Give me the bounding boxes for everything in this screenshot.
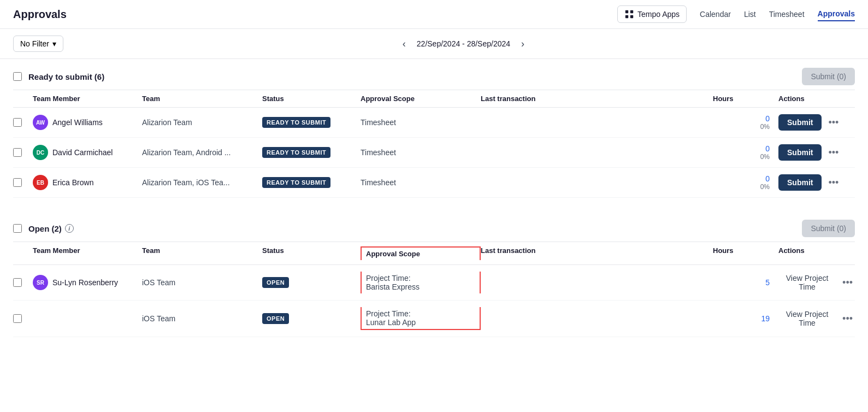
row-checkbox[interactable]	[13, 278, 22, 287]
table-row: DC David Carmichael Alizarion Team, Andr…	[13, 138, 855, 168]
team-name: Alizarion Team	[142, 118, 262, 127]
ready-table-header: Team Member Team Status Approval Scope L…	[13, 90, 855, 108]
open-section: Open (2) i Submit (0) Team Member Team S…	[13, 211, 855, 337]
member-name: Erica Brown	[52, 178, 93, 187]
prev-date-button[interactable]: ‹	[398, 36, 410, 52]
avatar: DC	[33, 145, 48, 160]
hours-pct: 0%	[713, 123, 770, 131]
col-header-team-member: Team Member	[33, 95, 142, 103]
team-name: Alizarion Team, Android ...	[142, 148, 262, 157]
col-header-status: Status	[262, 246, 361, 260]
row-checkbox[interactable]	[13, 118, 22, 127]
avatar: AW	[33, 115, 48, 130]
ready-section-header: Ready to submit (6) Submit (0)	[13, 59, 855, 90]
more-options-button[interactable]: •••	[840, 276, 855, 290]
submit-row-button[interactable]: Submit	[778, 144, 822, 161]
approval-scope-highlighted: Project Time:Barista Express	[361, 272, 481, 293]
hours-value: 0	[713, 114, 770, 123]
hours-value: 0	[713, 144, 770, 153]
grid-icon	[624, 9, 634, 19]
col-header-hours: Hours	[713, 95, 778, 103]
date-nav: ‹ 22/Sep/2024 - 28/Sep/2024 ›	[398, 36, 529, 52]
page-title: Approvals	[13, 8, 609, 21]
col-header-team-member: Team Member	[33, 246, 142, 260]
main-content: Ready to submit (6) Submit (0) Team Memb…	[0, 59, 868, 337]
status-badge: READY TO SUBMIT	[262, 177, 330, 188]
ready-section: Ready to submit (6) Submit (0) Team Memb…	[13, 59, 855, 198]
hours-value: 19	[713, 314, 770, 323]
filter-label: No Filter	[20, 39, 49, 48]
nav-list[interactable]: List	[744, 8, 756, 21]
col-header-team: Team	[142, 246, 262, 260]
open-section-title: Open (2) i	[28, 224, 802, 233]
approval-scope: Timesheet	[361, 148, 481, 157]
svg-rect-3	[630, 15, 633, 18]
status-badge: OPEN	[262, 313, 289, 324]
approval-scope: Timesheet	[361, 118, 481, 127]
nav-approvals[interactable]: Approvals	[818, 7, 855, 21]
ready-select-all-checkbox[interactable]	[13, 72, 22, 81]
date-range: 22/Sep/2024 - 28/Sep/2024	[417, 39, 510, 48]
open-submit-button[interactable]: Submit (0)	[802, 220, 855, 237]
open-select-all-checkbox[interactable]	[13, 224, 22, 233]
table-row: AW Angel Williams Alizarion Team READY T…	[13, 108, 855, 138]
team-name: Alizarion Team, iOS Tea...	[142, 178, 262, 187]
open-section-header: Open (2) i Submit (0)	[13, 211, 855, 242]
info-icon[interactable]: i	[65, 224, 74, 233]
status-badge: READY TO SUBMIT	[262, 147, 330, 158]
approval-scope: Timesheet	[361, 178, 481, 187]
nav-links: Tempo Apps Calendar List Timesheet Appro…	[617, 5, 855, 23]
svg-rect-0	[625, 10, 628, 13]
table-row: EB Erica Brown Alizarion Team, iOS Tea..…	[13, 168, 855, 198]
filter-button[interactable]: No Filter ▾	[13, 36, 63, 52]
more-options-button[interactable]: •••	[826, 146, 841, 160]
row-checkbox[interactable]	[13, 148, 22, 157]
ready-submit-button[interactable]: Submit (0)	[802, 68, 855, 85]
hours-pct: 0%	[713, 183, 770, 191]
tempo-apps-button[interactable]: Tempo Apps	[617, 5, 687, 23]
col-header-hours: Hours	[713, 246, 778, 260]
view-project-time-button[interactable]: View Project Time	[778, 274, 836, 291]
view-project-time-button[interactable]: View Project Time	[778, 310, 836, 327]
nav-calendar[interactable]: Calendar	[700, 8, 731, 21]
submit-row-button[interactable]: Submit	[778, 114, 822, 131]
status-badge: OPEN	[262, 277, 289, 288]
more-options-button[interactable]: •••	[826, 176, 841, 190]
col-header-team: Team	[142, 95, 262, 103]
nav-timesheet[interactable]: Timesheet	[769, 8, 805, 21]
col-header-actions: Actions	[778, 246, 855, 260]
open-table-header: Team Member Team Status Approval Scope L…	[13, 242, 855, 265]
svg-rect-2	[625, 15, 628, 18]
table-row: SR Su-Lyn Rosenberry iOS Team OPEN Proje…	[13, 265, 855, 301]
row-checkbox[interactable]	[13, 314, 22, 323]
member-name: David Carmichael	[52, 148, 113, 157]
col-header-actions: Actions	[778, 95, 855, 103]
chevron-down-icon: ▾	[52, 39, 56, 48]
filter-bar: No Filter ▾ ‹ 22/Sep/2024 - 28/Sep/2024 …	[0, 29, 868, 59]
next-date-button[interactable]: ›	[517, 36, 529, 52]
avatar: SR	[33, 275, 48, 290]
team-name: iOS Team	[142, 314, 262, 323]
svg-rect-1	[630, 10, 633, 13]
col-header-last-transaction: Last transaction	[481, 95, 713, 103]
ready-section-title: Ready to submit (6)	[28, 72, 802, 81]
table-row: iOS Team OPEN Project Time:Lunar Lab App…	[13, 301, 855, 337]
member-name: Angel Williams	[52, 118, 103, 127]
more-options-button[interactable]: •••	[840, 312, 855, 326]
status-badge: READY TO SUBMIT	[262, 117, 330, 128]
top-bar: Approvals Tempo Apps Calendar List Times…	[0, 0, 868, 29]
avatar: EB	[33, 175, 48, 190]
approval-scope-highlighted: Project Time:Lunar Lab App	[361, 307, 481, 330]
member-name: Su-Lyn Rosenberry	[52, 278, 118, 287]
col-header-approval-scope-highlighted: Approval Scope	[361, 246, 481, 260]
col-header-last-transaction: Last transaction	[481, 246, 713, 260]
hours-value: 0	[713, 174, 770, 183]
col-header-approval-scope: Approval Scope	[361, 95, 481, 103]
team-name: iOS Team	[142, 278, 262, 287]
row-checkbox[interactable]	[13, 178, 22, 187]
more-options-button[interactable]: •••	[826, 116, 841, 130]
submit-row-button[interactable]: Submit	[778, 174, 822, 191]
hours-value: 5	[713, 278, 770, 287]
col-header-status: Status	[262, 95, 361, 103]
hours-pct: 0%	[713, 153, 770, 161]
